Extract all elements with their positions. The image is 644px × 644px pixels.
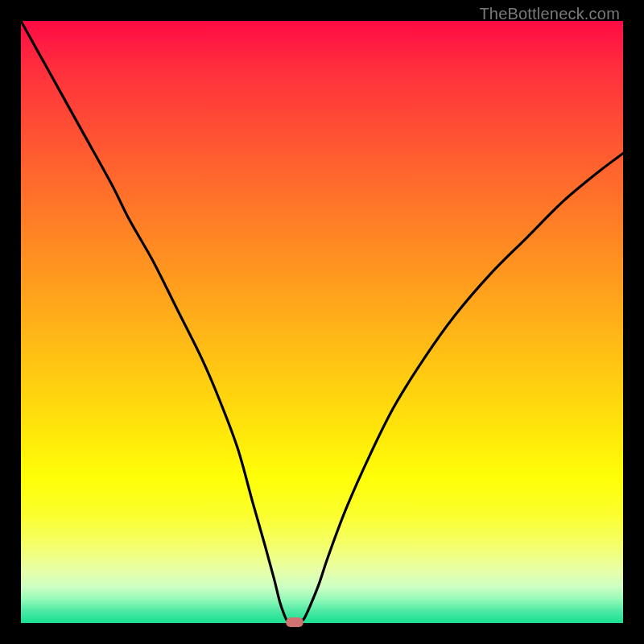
plot-area (21, 21, 623, 623)
bottleneck-curve (21, 21, 623, 622)
curve-svg (21, 21, 623, 623)
chart-frame: TheBottleneck.com (0, 0, 644, 644)
optimal-point-marker (286, 617, 303, 627)
